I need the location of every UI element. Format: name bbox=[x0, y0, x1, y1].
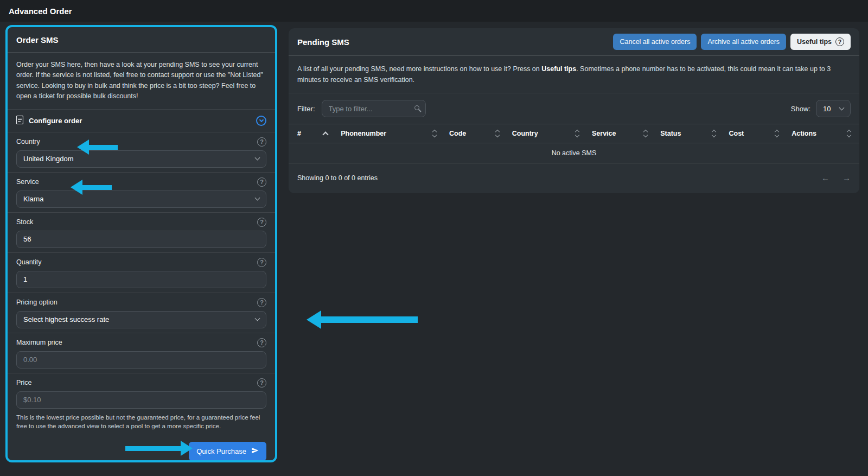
prev-page-button[interactable]: ← bbox=[821, 173, 829, 182]
country-field-group: Country ? United Kingdom bbox=[8, 132, 275, 173]
column-header-status[interactable]: Status bbox=[654, 124, 722, 143]
callout-arrow-pending bbox=[307, 310, 418, 329]
filter-label: Filter: bbox=[297, 105, 315, 113]
maximum-price-field-group: Maximum price ? bbox=[8, 333, 275, 373]
quick-purchase-button[interactable]: Quick Purchase bbox=[189, 442, 266, 461]
document-icon bbox=[16, 116, 23, 126]
column-header-cost[interactable]: Cost bbox=[722, 124, 785, 143]
sort-icon bbox=[496, 130, 499, 137]
entries-summary: Showing 0 to 0 of 0 entries bbox=[297, 174, 378, 182]
quantity-input[interactable] bbox=[16, 271, 266, 288]
sort-icon bbox=[644, 130, 647, 137]
stock-help-icon[interactable]: ? bbox=[257, 218, 266, 227]
price-input[interactable] bbox=[16, 391, 266, 409]
configure-order-label: Configure order bbox=[29, 117, 82, 125]
pending-card-header: Pending SMS Cancel all active orders Arc… bbox=[289, 28, 859, 56]
quantity-help-icon[interactable]: ? bbox=[257, 258, 266, 267]
price-help-icon[interactable]: ? bbox=[257, 378, 266, 388]
pricing-option-label: Pricing option bbox=[16, 299, 58, 306]
price-label: Price bbox=[16, 379, 31, 386]
stock-field-group: Stock ? bbox=[8, 213, 275, 253]
order-card-title: Order SMS bbox=[16, 35, 59, 45]
service-select-value: Klarna bbox=[23, 195, 44, 203]
show-entries-value: 10 bbox=[823, 105, 831, 113]
order-card-header: Order SMS bbox=[8, 27, 275, 53]
column-header-actions[interactable]: Actions bbox=[785, 124, 859, 143]
pricing-option-field-group: Pricing option ? Select highest success … bbox=[8, 293, 275, 333]
service-select[interactable]: Klarna bbox=[16, 191, 266, 208]
cancel-all-orders-button[interactable]: Cancel all active orders bbox=[613, 34, 697, 50]
collapse-section-icon[interactable] bbox=[256, 116, 266, 126]
country-help-icon[interactable]: ? bbox=[257, 137, 266, 147]
column-header-phonenumber[interactable]: Phonenumber bbox=[334, 124, 443, 143]
table-header: # Phonenumber Code Country Service Statu… bbox=[289, 124, 859, 143]
pricing-option-select[interactable]: Select highest success rate bbox=[16, 311, 266, 328]
pending-card-title: Pending SMS bbox=[297, 37, 349, 47]
configure-order-row[interactable]: Configure order bbox=[8, 110, 275, 132]
useful-tips-label: Useful tips bbox=[797, 38, 832, 46]
pending-description-part1: A list of all your pending SMS, need mor… bbox=[297, 65, 541, 73]
search-icon bbox=[414, 105, 419, 110]
service-label: Service bbox=[16, 178, 39, 186]
price-note: This is the lowest price possible but no… bbox=[16, 409, 266, 432]
sort-icon bbox=[712, 130, 716, 137]
chevron-down-icon bbox=[255, 155, 260, 161]
country-label: Country bbox=[16, 138, 40, 145]
sort-ascending-icon bbox=[322, 131, 328, 137]
chevron-down-icon bbox=[255, 195, 260, 201]
country-select[interactable]: United Kingdom bbox=[16, 150, 266, 168]
pending-sms-card: Pending SMS Cancel all active orders Arc… bbox=[289, 28, 859, 193]
quick-purchase-label: Quick Purchase bbox=[196, 447, 246, 455]
column-header-code[interactable]: Code bbox=[443, 124, 506, 143]
show-label: Show: bbox=[791, 105, 810, 113]
stock-input[interactable] bbox=[16, 231, 266, 248]
service-help-icon[interactable]: ? bbox=[257, 177, 266, 187]
table-empty-row: No active SMS bbox=[289, 143, 859, 163]
column-header-number[interactable]: # bbox=[289, 124, 334, 143]
chevron-down-icon bbox=[839, 105, 845, 110]
quantity-label: Quantity bbox=[16, 258, 42, 266]
maximum-price-input[interactable] bbox=[16, 351, 266, 369]
chevron-down-icon bbox=[255, 316, 260, 321]
maximum-price-label: Maximum price bbox=[16, 339, 62, 346]
page: Advanced Order Order SMS Order your SMS … bbox=[0, 0, 868, 476]
pending-description: A list of all your pending SMS, need mor… bbox=[289, 56, 859, 93]
order-sms-card: Order SMS Order your SMS here, then have… bbox=[5, 25, 277, 462]
callout-arrow-country bbox=[77, 139, 118, 155]
sort-icon bbox=[576, 130, 579, 137]
filter-input[interactable] bbox=[322, 100, 426, 117]
quantity-field-group: Quantity ? bbox=[8, 253, 275, 293]
show-entries-select[interactable]: 10 bbox=[816, 100, 851, 117]
question-circle-icon: ? bbox=[835, 37, 844, 46]
sort-icon bbox=[775, 130, 778, 137]
callout-arrow-service bbox=[71, 180, 112, 195]
maximum-price-help-icon[interactable]: ? bbox=[257, 338, 266, 347]
next-page-button[interactable]: → bbox=[843, 173, 851, 182]
pending-description-bold: Useful tips bbox=[541, 65, 576, 73]
page-title: Advanced Order bbox=[9, 7, 72, 16]
pricing-option-select-value: Select highest success rate bbox=[23, 315, 109, 323]
order-description: Order your SMS here, then have a look at… bbox=[8, 53, 275, 110]
service-field-group: Service ? Klarna bbox=[8, 173, 275, 213]
table-footer: Showing 0 to 0 of 0 entries ← → bbox=[289, 163, 859, 193]
send-icon bbox=[251, 447, 259, 456]
column-header-service[interactable]: Service bbox=[585, 124, 654, 143]
stock-label: Stock bbox=[16, 218, 33, 226]
filter-row: Filter: Show: 10 bbox=[289, 93, 859, 124]
topbar: Advanced Order bbox=[0, 0, 868, 22]
pricing-option-help-icon[interactable]: ? bbox=[257, 298, 266, 307]
price-field-group: Price ? This is the lowest price possibl… bbox=[8, 373, 275, 436]
country-select-value: United Kingdom bbox=[23, 155, 74, 163]
column-header-country[interactable]: Country bbox=[506, 124, 585, 143]
sort-icon bbox=[433, 130, 436, 137]
archive-all-orders-button[interactable]: Archive all active orders bbox=[701, 34, 786, 50]
useful-tips-button[interactable]: Useful tips ? bbox=[790, 34, 851, 50]
callout-arrow-quick-purchase bbox=[125, 441, 193, 456]
sort-icon bbox=[847, 130, 851, 137]
